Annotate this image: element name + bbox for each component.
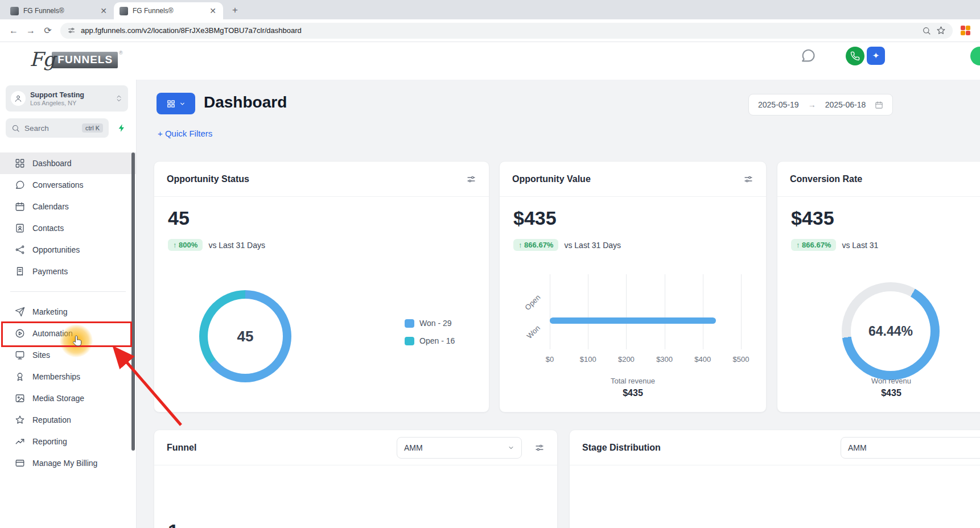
ai-sparkle-button[interactable]: ✦ bbox=[867, 47, 885, 65]
browser-navbar: ← → ⟳ app.fgfunnels.com/v2/location/8FrJ… bbox=[0, 19, 980, 42]
calendar-icon bbox=[15, 201, 25, 212]
funnel-select[interactable]: AMM bbox=[397, 437, 522, 459]
sidebar-item-label: Payments bbox=[32, 267, 68, 276]
account-switcher[interactable]: Support Testing Los Angeles, NY bbox=[6, 85, 128, 112]
date-end: 2025-06-18 bbox=[825, 100, 866, 109]
stage-distribution-card: Stage Distribution AMM bbox=[569, 430, 980, 528]
extension-icon[interactable] bbox=[961, 26, 971, 36]
legend-label: Won - 29 bbox=[419, 319, 452, 328]
favicon bbox=[10, 7, 19, 15]
opportunity-value-amount: $435 bbox=[513, 207, 557, 229]
sidebar-item-manage-my-billing[interactable]: Manage My Billing bbox=[0, 452, 136, 474]
trend-compare-text: vs Last 31 Days bbox=[208, 241, 265, 250]
sidebar-item-label: Media Storage bbox=[32, 394, 84, 403]
legend-item-won: Won - 29 bbox=[405, 319, 455, 328]
payments-icon bbox=[15, 266, 25, 277]
sidebar: Support Testing Los Angeles, NY Search c… bbox=[0, 80, 137, 528]
card-settings-icon[interactable] bbox=[466, 174, 476, 184]
site-info-icon[interactable] bbox=[67, 26, 76, 35]
browser-tab-2[interactable]: FG Funnels® ✕ bbox=[114, 2, 223, 19]
legend-item-open: Open - 16 bbox=[405, 336, 455, 345]
sidebar-item-conversations[interactable]: Conversations bbox=[0, 174, 136, 196]
memberships-icon bbox=[15, 372, 25, 382]
sidebar-item-sites[interactable]: Sites bbox=[0, 344, 136, 366]
account-location: Los Angeles, NY bbox=[30, 100, 110, 106]
donut-center-label: 45 bbox=[208, 299, 283, 374]
sidebar-item-marketing[interactable]: Marketing bbox=[0, 301, 136, 323]
sidebar-item-reporting[interactable]: Reporting bbox=[0, 431, 136, 452]
sidebar-item-calendars[interactable]: Calendars bbox=[0, 196, 136, 217]
dashboard-icon bbox=[15, 158, 25, 168]
bar-chart-xticks: $0 $100 $200 $300 $400 $500 bbox=[550, 355, 741, 364]
forward-icon[interactable]: → bbox=[23, 23, 39, 39]
trend-badge: ↑ 800% bbox=[168, 239, 203, 251]
card-settings-icon[interactable] bbox=[743, 174, 753, 184]
sidebar-item-label: Manage My Billing bbox=[32, 459, 97, 468]
sidebar-item-label: Calendars bbox=[32, 202, 69, 211]
sidebar-item-opportunities[interactable]: Opportunities bbox=[0, 239, 136, 261]
bar-category-label-won: Won bbox=[525, 324, 542, 340]
tab-title: FG Funnels® bbox=[133, 7, 204, 15]
sidebar-scrollbar[interactable] bbox=[131, 152, 135, 451]
conversion-rate-amount: $435 bbox=[791, 207, 834, 229]
search-shortcut-badge: ctrl K bbox=[82, 123, 103, 133]
card-title: Stage Distribution bbox=[582, 443, 661, 453]
contacts-icon bbox=[15, 223, 25, 233]
conversion-rate-card: Conversion Rate $435 ↑ 866.67% vs Last 3… bbox=[777, 161, 980, 412]
sidebar-item-label: Dashboard bbox=[32, 159, 72, 168]
search-input[interactable]: Search ctrl K bbox=[6, 118, 109, 138]
phone-button[interactable] bbox=[846, 47, 864, 65]
back-icon[interactable]: ← bbox=[6, 23, 22, 39]
sidebar-item-automation[interactable]: Automation bbox=[0, 323, 136, 344]
logo-wordmark: FUNNELS bbox=[52, 52, 118, 68]
conversion-gauge: 64.44% bbox=[842, 282, 940, 380]
search-icon bbox=[11, 124, 20, 133]
opportunity-status-value: 45 bbox=[168, 207, 190, 229]
tab-title: FG Funnels® bbox=[23, 7, 94, 15]
phone-icon bbox=[850, 51, 860, 61]
help-chat-icon[interactable] bbox=[800, 48, 816, 64]
date-range-picker[interactable]: 2025-05-19 → 2025-06-18 bbox=[748, 94, 893, 116]
stage-distribution-select[interactable]: AMM bbox=[841, 437, 980, 459]
dashboard-switcher-button[interactable] bbox=[157, 93, 195, 114]
sidebar-item-payments[interactable]: Payments bbox=[0, 261, 136, 282]
user-icon bbox=[14, 94, 22, 102]
logo-registered-mark: ® bbox=[119, 50, 123, 56]
sidebar-item-contacts[interactable]: Contacts bbox=[0, 217, 136, 239]
zoom-icon[interactable] bbox=[922, 26, 931, 35]
url-bar[interactable]: app.fgfunnels.com/v2/location/8FrJXe3BMg… bbox=[60, 23, 953, 39]
trend-compare-text: vs Last 31 bbox=[842, 241, 878, 250]
bookmark-star-icon[interactable] bbox=[936, 26, 946, 35]
sidebar-item-reputation[interactable]: Reputation bbox=[0, 409, 136, 431]
main-content: Dashboard 2025-05-19 → 2025-06-18 + Quic… bbox=[137, 80, 980, 528]
trend-compare-text: vs Last 31 Days bbox=[564, 241, 621, 250]
sidebar-item-memberships[interactable]: Memberships bbox=[0, 366, 136, 387]
browser-tab-1[interactable]: FG Funnels® ✕ bbox=[5, 2, 114, 19]
quick-filters-link[interactable]: + Quick Filters bbox=[158, 129, 212, 138]
sidebar-item-dashboard[interactable]: Dashboard bbox=[0, 152, 136, 174]
sidebar-item-label: Opportunities bbox=[32, 245, 80, 254]
page-title: Dashboard bbox=[204, 93, 287, 112]
quick-actions-button[interactable] bbox=[113, 119, 130, 137]
won-revenue-value: $435 bbox=[840, 388, 942, 398]
total-revenue-value: $435 bbox=[500, 388, 766, 398]
credit-card-icon bbox=[15, 458, 25, 468]
date-start: 2025-05-19 bbox=[758, 100, 799, 109]
account-name: Support Testing bbox=[30, 91, 110, 99]
reload-icon[interactable]: ⟳ bbox=[40, 23, 56, 39]
sidebar-item-media-storage[interactable]: Media Storage bbox=[0, 387, 136, 409]
card-title: Opportunity Status bbox=[167, 174, 249, 184]
select-value: AMM bbox=[848, 443, 867, 452]
sidebar-divider bbox=[10, 291, 126, 292]
new-tab-button[interactable]: + bbox=[228, 3, 242, 18]
select-value: AMM bbox=[404, 443, 423, 452]
tab-close-icon[interactable]: ✕ bbox=[208, 6, 217, 16]
tab-close-icon[interactable]: ✕ bbox=[99, 6, 108, 16]
card-settings-icon[interactable] bbox=[534, 443, 545, 453]
chat-bubble-icon bbox=[15, 180, 25, 190]
opportunity-value-card: Opportunity Value $435 ↑ 866.67% vs Last… bbox=[499, 161, 767, 412]
opportunity-status-card: Opportunity Status 45 ↑ 800% vs Last 31 … bbox=[154, 161, 489, 412]
gauge-center-label: 64.44% bbox=[851, 291, 930, 371]
sidebar-item-label: Marketing bbox=[32, 307, 67, 316]
won-revenue-label: Won revenu bbox=[840, 377, 942, 385]
